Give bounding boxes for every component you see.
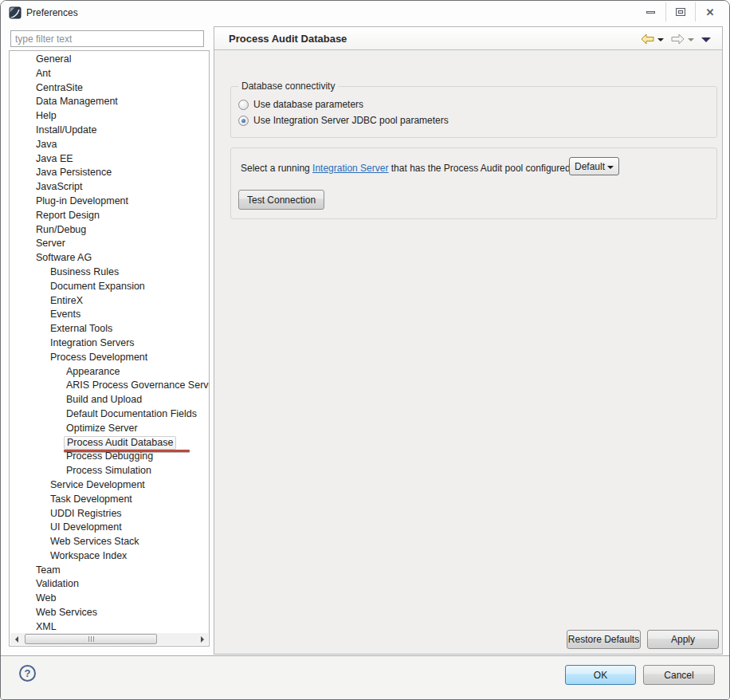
tree-item-process-simulation[interactable]: Process Simulation (10, 464, 209, 478)
window-controls: ✕ (636, 2, 724, 22)
view-menu-button[interactable] (700, 33, 712, 44)
tree-item-label: Help (33, 109, 59, 124)
cancel-button[interactable]: Cancel (643, 665, 715, 685)
tree-item-label: Web Services Stack (48, 535, 142, 549)
tree-item-label: Workspace Index (48, 549, 129, 564)
tree-item-entirex[interactable]: EntireX (10, 294, 209, 309)
tree-item-plug-in-development[interactable]: Plug-in Development (10, 195, 209, 209)
tree-item-label: EntireX (48, 294, 85, 309)
tree-item-process-debugging[interactable]: Process Debugging (10, 450, 209, 464)
ok-button[interactable]: OK (565, 665, 636, 685)
tree-item-general[interactable]: General (10, 53, 209, 67)
tree-item-label: Service Development (48, 478, 147, 493)
radio-option-use-database-parameters[interactable]: Use database parameters (238, 96, 710, 112)
tree-horizontal-scrollbar[interactable] (10, 633, 208, 645)
tree-item-ant[interactable]: Ant (10, 67, 209, 81)
tree-item-web[interactable]: Web (10, 592, 209, 606)
tree-item-run-debug[interactable]: Run/Debug (10, 223, 209, 238)
page-content: Database connectivity Use database param… (214, 51, 722, 654)
tree-item-process-audit-database[interactable]: Process Audit Database (10, 436, 209, 450)
minimize-button[interactable] (636, 2, 665, 22)
tree-item-uddi-registries[interactable]: UDDI Registries (10, 507, 209, 521)
tree-item-business-rules[interactable]: Business Rules (10, 265, 209, 280)
back-icon (641, 33, 654, 45)
tree-item-team[interactable]: Team (10, 564, 209, 578)
tree-item-label: Business Rules (48, 265, 121, 280)
connectivity-options: Use database parametersUse Integration S… (238, 96, 710, 128)
tree-item-integration-servers[interactable]: Integration Servers (10, 336, 209, 351)
close-icon: ✕ (706, 7, 715, 18)
tree-item-software-ag[interactable]: Software AG (10, 251, 209, 265)
group-title: Database connectivity (238, 81, 338, 92)
tree-item-java[interactable]: Java (10, 138, 209, 152)
maximize-icon (676, 8, 685, 16)
dialog-footer: ? OK Cancel (1, 655, 729, 699)
tree-item-ui-development[interactable]: UI Development (10, 521, 209, 535)
forward-button[interactable] (669, 32, 696, 46)
tree-item-centrasite[interactable]: CentraSite (10, 81, 209, 96)
tree-item-workspace-index[interactable]: Workspace Index (10, 549, 209, 564)
preference-page-panel: Process Audit Database (214, 26, 723, 655)
filter-input[interactable] (10, 30, 204, 47)
tree-item-install-update[interactable]: Install/Update (10, 124, 209, 138)
tree-item-label: Data Management (33, 95, 120, 109)
tree-item-document-expansion[interactable]: Document Expansion (10, 280, 209, 294)
titlebar[interactable]: Preferences ✕ (1, 1, 729, 25)
tree-item-web-services[interactable]: Web Services (10, 606, 209, 620)
help-icon: ? (25, 667, 31, 679)
tree-item-label: Task Development (48, 493, 135, 507)
tree-item-optimize-server[interactable]: Optimize Server (10, 422, 209, 436)
tree-item-process-development[interactable]: Process Development (10, 351, 209, 365)
tree-item-label: Validation (33, 577, 81, 592)
tree-item-service-development[interactable]: Service Development (10, 478, 209, 493)
tree-item-label: External Tools (48, 322, 115, 336)
back-button[interactable] (639, 32, 665, 46)
tree-item-label: Server (33, 237, 68, 251)
radio-option-use-integration-server-jdbc-pool-parameters[interactable]: Use Integration Server JDBC pool paramet… (238, 112, 710, 128)
tree-item-label: Process Audit Database (64, 436, 176, 450)
server-select[interactable]: Default (569, 157, 619, 175)
scroll-right-button[interactable] (196, 633, 208, 645)
restore-defaults-button[interactable]: Restore Defaults (567, 630, 641, 649)
tree-item-label: Process Simulation (64, 464, 154, 478)
tree-item-build-and-upload[interactable]: Build and Upload (10, 393, 209, 407)
tree-item-external-tools[interactable]: External Tools (10, 322, 209, 336)
eclipse-window-icon (9, 6, 22, 19)
forward-icon (671, 33, 685, 45)
tree-item-events[interactable]: Events (10, 308, 209, 322)
integration-server-link[interactable]: Integration Server (312, 163, 388, 174)
tree-item-appearance[interactable]: Appearance (10, 365, 209, 379)
tree-item-data-management[interactable]: Data Management (10, 95, 209, 109)
text-before-link: Select a running (241, 163, 312, 174)
tree-item-task-development[interactable]: Task Development (10, 493, 209, 507)
preferences-tree-panel: GeneralAntCentraSiteData ManagementHelpI… (9, 50, 210, 647)
text-after-link: that has the Process Audit pool configur… (388, 163, 570, 174)
maximize-button[interactable] (665, 2, 695, 22)
tree-item-validation[interactable]: Validation (10, 577, 209, 592)
test-connection-button[interactable]: Test Connection (238, 190, 324, 210)
tree-item-aris-process-governance-server-c[interactable]: ARIS Process Governance Server C (10, 379, 209, 393)
scrollbar-thumb[interactable] (25, 634, 157, 644)
chevron-down-icon (607, 166, 614, 169)
tree-item-label: Ant (33, 67, 53, 81)
preferences-tree: GeneralAntCentraSiteData ManagementHelpI… (10, 53, 209, 635)
page-header: Process Audit Database (214, 27, 722, 50)
scrollbar-track[interactable] (22, 633, 196, 645)
tree-item-help[interactable]: Help (10, 109, 209, 124)
tree-item-report-design[interactable]: Report Design (10, 209, 209, 223)
apply-button[interactable]: Apply (647, 630, 719, 649)
close-button[interactable]: ✕ (695, 2, 724, 22)
tree-item-web-services-stack[interactable]: Web Services Stack (10, 535, 209, 549)
tree-item-server[interactable]: Server (10, 237, 209, 251)
help-button[interactable]: ? (19, 665, 36, 682)
tree-item-label: Default Documentation Fields (64, 407, 199, 422)
tree-item-default-documentation-fields[interactable]: Default Documentation Fields (10, 407, 209, 422)
tree-item-xml[interactable]: XML (10, 620, 209, 635)
server-selection-text: Select a running Integration Server that… (241, 163, 571, 174)
view-menu-icon (701, 37, 711, 42)
scroll-left-button[interactable] (10, 633, 22, 645)
tree-item-label: XML (33, 620, 59, 635)
tree-item-javascript[interactable]: JavaScript (10, 180, 209, 195)
tree-item-java-persistence[interactable]: Java Persistence (10, 166, 209, 180)
tree-item-java-ee[interactable]: Java EE (10, 152, 209, 167)
